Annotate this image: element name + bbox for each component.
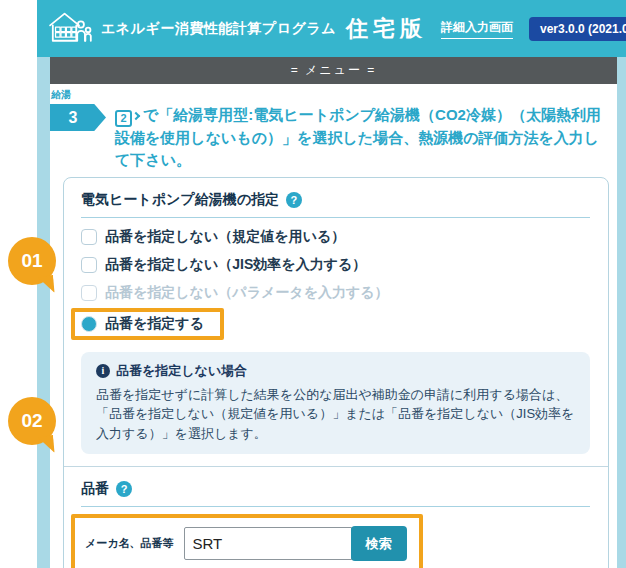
category-label: 給湯	[51, 88, 617, 102]
radio-unchecked-icon[interactable]	[81, 257, 97, 273]
form-card: 電気ヒートポンプ給湯機の指定 ? 品番を指定しない（規定値を用いる） 品番を指定…	[63, 177, 609, 568]
info-icon: i	[96, 364, 110, 378]
version-badge: ver3.0.0 (2021.04)	[529, 17, 626, 41]
radio-option-no-hinban-parameter: 品番を指定しない（パラメータを入力する）	[81, 284, 590, 302]
radio-unchecked-icon[interactable]	[81, 229, 97, 245]
main-content: = メニュー = 給湯 3 2で「給湯専用型:電気ヒートポンプ給湯機（CO2冷媒…	[50, 57, 617, 568]
hinban-section: 品番 ? メーカ名、品番等 検索 i 給湯専用型:電気ヒートポンプ給湯機（CO2…	[64, 466, 608, 568]
step-3-block: 給湯 3 2で「給湯専用型:電気ヒートポンプ給湯機（CO2冷媒）（太陽熱利用設備…	[50, 88, 617, 171]
radio-option-no-hinban-jis[interactable]: 品番を指定しない（JIS効率を入力する）	[81, 256, 590, 274]
heatpump-designation-section: 電気ヒートポンプ給湯機の指定 ? 品番を指定しない（規定値を用いる） 品番を指定…	[64, 178, 608, 467]
radio-checked-icon[interactable]	[81, 316, 97, 332]
maker-hinban-input[interactable]	[184, 527, 352, 560]
app-header: エネルギー消費性能計算プログラム 住宅版 詳細入力画面 ver3.0.0 (20…	[37, 0, 626, 57]
step-number-badge: 3	[50, 104, 106, 131]
maker-hinban-label: メーカ名、品番等	[85, 536, 174, 551]
help-icon[interactable]: ?	[286, 192, 302, 208]
house-logo-icon	[47, 10, 93, 48]
info-box-no-hinban: i 品番を指定しない場合 品番を指定せずに計算した結果を公的な届出や補助金の申請…	[81, 352, 590, 455]
section-title: 電気ヒートポンプ給湯機の指定	[81, 191, 279, 209]
app-page: エネルギー消費性能計算プログラム 住宅版 詳細入力画面 ver3.0.0 (20…	[37, 0, 626, 568]
app-edition-title: 住宅版	[346, 14, 427, 44]
radio-disabled-icon	[81, 285, 97, 301]
annotation-badge-01: 01	[8, 237, 56, 285]
search-button[interactable]: 検索	[351, 526, 407, 561]
annotation-highlight-frame-1: 品番を指定する	[71, 308, 224, 340]
detail-input-screen-link[interactable]: 詳細入力画面	[441, 19, 513, 39]
radio-option-no-hinban-default[interactable]: 品番を指定しない（規定値を用いる）	[81, 228, 590, 246]
app-title: エネルギー消費性能計算プログラム	[101, 20, 336, 38]
step-instruction-text: 2で「給湯専用型:電気ヒートポンプ給湯機（CO2冷媒）（太陽熱利用設備を使用しな…	[115, 104, 609, 171]
chevron-right-icon	[132, 112, 140, 120]
annotation-badge-02: 02	[8, 397, 56, 445]
section-title: 品番	[81, 480, 109, 498]
annotation-highlight-frame-2: メーカ名、品番等 検索	[71, 514, 423, 568]
help-icon[interactable]: ?	[116, 481, 132, 497]
menu-toggle-bar[interactable]: = メニュー =	[50, 57, 617, 84]
radio-option-specify-hinban[interactable]: 品番を指定する	[81, 315, 204, 333]
ref-step-link[interactable]: 2	[115, 110, 132, 127]
